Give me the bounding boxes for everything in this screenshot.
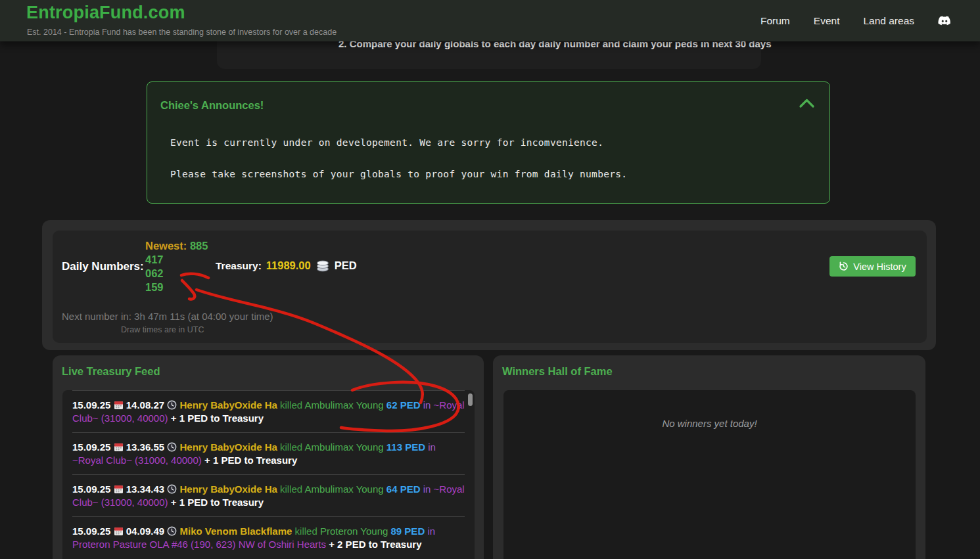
newest-label: Newest: bbox=[145, 240, 187, 252]
entry-treasury-contribution: + 1 PED to Treasury bbox=[171, 497, 264, 508]
daily-number: 159 bbox=[145, 280, 208, 294]
newest-number-row: Newest: 885 bbox=[145, 239, 208, 253]
entry-target: Ambulimax Young bbox=[305, 483, 384, 495]
main-nav: Forum Event Land areas bbox=[760, 0, 951, 41]
entry-action: killed bbox=[280, 441, 302, 453]
discord-icon[interactable] bbox=[938, 16, 951, 26]
clock-icon bbox=[167, 400, 177, 410]
entry-time: 04.09.49 bbox=[126, 525, 164, 537]
entry-player: Henry BabyOxide Ha bbox=[179, 399, 277, 411]
daily-number: 062 bbox=[145, 267, 208, 280]
entry-target: Proteron Young bbox=[320, 525, 388, 537]
newest-number: 885 bbox=[190, 240, 208, 252]
clock-icon bbox=[167, 484, 177, 494]
entry-in: in bbox=[423, 483, 431, 495]
entry-treasury-contribution: + 1 PED to Treasury bbox=[204, 455, 297, 466]
chevron-up-icon[interactable] bbox=[799, 98, 815, 108]
treasury-feed-entry: 15.09.25 13.36.55 Henry BabyOxide Ha kil… bbox=[72, 432, 465, 474]
entry-time: 13.34.43 bbox=[126, 483, 164, 495]
entry-target: Ambulimax Young bbox=[305, 441, 384, 453]
view-history-label: View History bbox=[853, 261, 906, 272]
entry-treasury-contribution: + 1 PED to Treasury bbox=[171, 413, 264, 424]
next-number-countdown: Next number in: 3h 47m 11s (at 04:00 you… bbox=[62, 311, 273, 322]
entry-location: ~Royal Club~ (31000, 40000) bbox=[72, 455, 202, 466]
entry-in: in bbox=[423, 399, 431, 411]
header-bar: EntropiaFund.com Est. 2014 - Entropia Fu… bbox=[0, 0, 980, 41]
site-logo[interactable]: EntropiaFund.com bbox=[26, 3, 185, 23]
entry-player: Henry BabyOxide Ha bbox=[179, 483, 277, 495]
entry-amount: 64 PED bbox=[386, 483, 421, 495]
utc-note: Draw times are in UTC bbox=[121, 325, 204, 334]
daily-numbers-inner: Daily Numbers: Newest: 885 417 062 159 T… bbox=[53, 231, 927, 343]
calendar-icon bbox=[114, 400, 124, 410]
page: 2. Compare your daily globals to each da… bbox=[0, 0, 980, 559]
announces-title: Chiee's Announces! bbox=[160, 99, 264, 112]
treasury-feed-title: Live Treasury Feed bbox=[62, 365, 160, 378]
treasury-value: 11989.00 bbox=[266, 259, 311, 272]
daily-numbers-label: Daily Numbers: bbox=[62, 260, 144, 273]
entry-date: 15.09.25 bbox=[72, 525, 110, 537]
winners-title: Winners Hall of Fame bbox=[502, 365, 613, 378]
announce-message: Please take screenshots of your globals … bbox=[170, 169, 627, 179]
entry-treasury-contribution: + 2 PED to Treasury bbox=[329, 539, 421, 550]
treasury-row: Treasury: 11989.00 PED bbox=[216, 259, 357, 272]
history-icon bbox=[839, 261, 849, 271]
daily-number: 417 bbox=[145, 253, 208, 267]
entry-date: 15.09.25 bbox=[72, 441, 110, 453]
calendar-icon bbox=[114, 484, 124, 494]
entry-amount: 89 PED bbox=[391, 525, 425, 537]
entry-amount: 62 PED bbox=[386, 399, 421, 411]
treasury-feed-entry: 15.09.25 13.34.43 Henry BabyOxide Ha kil… bbox=[72, 474, 465, 516]
entry-action: killed bbox=[280, 483, 302, 495]
entry-action: killed bbox=[295, 525, 317, 537]
entry-date: 15.09.25 bbox=[72, 399, 110, 411]
entry-action: killed bbox=[280, 399, 302, 411]
entry-player: Henry BabyOxide Ha bbox=[179, 441, 277, 453]
scrollbar-thumb[interactable] bbox=[468, 393, 473, 406]
daily-numbers-card: Daily Numbers: Newest: 885 417 062 159 T… bbox=[42, 220, 936, 350]
coins-icon bbox=[315, 260, 330, 272]
treasury-label: Treasury: bbox=[216, 260, 262, 272]
treasury-feed-entry: 15.09.25 04.09.49 Miko Venom Blackflame … bbox=[72, 516, 465, 558]
treasury-feed-card: Live Treasury Feed 15.09.25 14.08.27 Hen… bbox=[53, 355, 484, 559]
site-tagline: Est. 2014 - Entropia Fund has been the s… bbox=[27, 28, 337, 37]
no-winners-message: No winners yet today! bbox=[503, 418, 916, 429]
clock-icon bbox=[167, 526, 177, 536]
clock-icon bbox=[167, 442, 177, 452]
entry-player: Miko Venom Blackflame bbox=[179, 525, 292, 537]
announces-panel: Chiee's Announces! Event is currently un… bbox=[147, 81, 830, 204]
winners-panel: No winners yet today! bbox=[503, 390, 916, 559]
calendar-icon bbox=[114, 442, 124, 452]
entry-amount: 113 PED bbox=[386, 441, 425, 453]
calendar-icon bbox=[114, 526, 124, 536]
currency-label: PED bbox=[335, 259, 357, 272]
daily-numbers-list: Newest: 885 417 062 159 bbox=[145, 239, 208, 294]
nav-event[interactable]: Event bbox=[814, 15, 840, 27]
treasury-feed-list[interactable]: 15.09.25 14.08.27 Henry BabyOxide Ha kil… bbox=[62, 390, 475, 559]
entry-location: Proteron Pasture OLA #46 (190, 623) NW o… bbox=[72, 539, 326, 550]
treasury-feed-entry: 15.09.25 14.08.27 Henry BabyOxide Ha kil… bbox=[72, 390, 465, 432]
entry-target: Ambulimax Young bbox=[305, 399, 384, 411]
nav-forum[interactable]: Forum bbox=[760, 15, 790, 27]
announce-message: Event is currently under on developement… bbox=[170, 137, 603, 148]
entry-time: 14.08.27 bbox=[126, 399, 164, 411]
entry-in: in bbox=[427, 525, 435, 537]
entry-in: in bbox=[428, 441, 436, 453]
entry-time: 13.36.55 bbox=[126, 441, 164, 453]
entry-date: 15.09.25 bbox=[72, 483, 110, 495]
winners-card: Winners Hall of Fame No winners yet toda… bbox=[493, 355, 925, 559]
view-history-button[interactable]: View History bbox=[829, 256, 916, 277]
nav-land-areas[interactable]: Land areas bbox=[863, 15, 914, 27]
